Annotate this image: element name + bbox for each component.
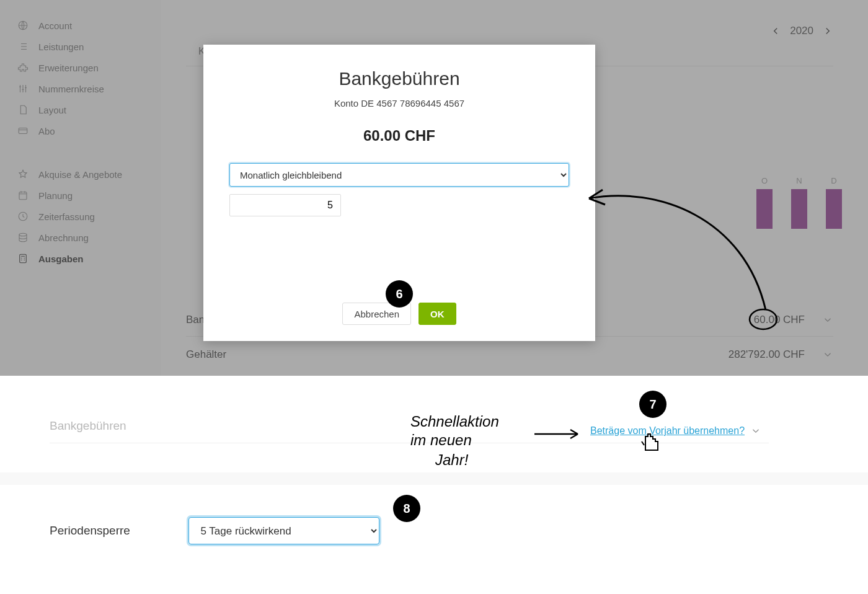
annotation-badge-7: 7 <box>639 391 666 418</box>
sidebar-item-nummernkreise[interactable]: Nummernkreise <box>0 78 161 99</box>
sidebar-item-label: Abo <box>38 126 55 136</box>
puzzle-icon <box>17 62 29 73</box>
row-amount: 60.00 CHF <box>754 314 805 326</box>
sidebar-item-ausgaben[interactable]: Ausgaben <box>0 248 161 269</box>
amount-input[interactable] <box>229 194 341 216</box>
section-title: Bankgebühren <box>50 419 126 432</box>
divider <box>50 443 769 443</box>
next-year-button[interactable] <box>822 25 833 37</box>
sidebar-item-label: Layout <box>38 105 66 115</box>
calculator-icon <box>17 253 29 264</box>
modal-title: Bankgebühren <box>339 68 459 89</box>
list-icon <box>17 41 29 52</box>
chart-bar <box>826 189 842 229</box>
row-amount: 282'792.00 CHF <box>728 348 805 361</box>
chart-bar <box>791 189 807 229</box>
clock-icon <box>17 211 29 222</box>
row-name: Ban <box>186 314 205 326</box>
year-nav: 2020 <box>770 25 833 37</box>
card-icon <box>17 125 29 136</box>
database-icon <box>17 232 29 243</box>
modal-total: 60.00 CHF <box>363 127 435 144</box>
annotation-badge-6: 6 <box>386 280 413 308</box>
prev-year-button[interactable] <box>770 25 781 37</box>
sidebar-item-label: Akquise & Angebote <box>38 169 122 180</box>
sidebar-item-abo[interactable]: Abo <box>0 120 161 141</box>
ok-button[interactable]: OK <box>418 303 456 325</box>
sidebar-item-label: Erweiterungen <box>38 63 99 73</box>
frequency-select[interactable]: Monatlich gleichbleibend <box>229 163 569 187</box>
svg-rect-1 <box>19 128 27 134</box>
svg-rect-5 <box>20 254 27 263</box>
sidebar-item-zeiterfassung[interactable]: Zeiterfassung <box>0 206 161 227</box>
chart-bar <box>756 189 773 229</box>
section-periodensperre: Periodensperre 5 Tage rückwirkend <box>0 485 868 584</box>
copy-previous-year-link[interactable]: Beträge vom Vorjahr übernehmen? <box>590 425 745 437</box>
periodensperre-label: Periodensperre <box>50 524 186 538</box>
chart-month-label: O <box>761 176 768 185</box>
modal-subtitle: Konto DE 4567 78696445 4567 <box>334 98 464 109</box>
sidebar-item-planung[interactable]: Planung <box>0 185 161 206</box>
sidebar-item-leistungen[interactable]: Leistungen <box>0 36 161 57</box>
expense-row-gehaelter[interactable]: Gehälter 282'792.00 CHF <box>186 339 833 371</box>
sliders-icon <box>17 83 29 94</box>
sidebar: Account Leistungen Erweiterungen Nummern… <box>0 0 161 376</box>
sidebar-item-layout[interactable]: Layout <box>0 99 161 120</box>
periodensperre-select[interactable]: 5 Tage rückwirkend <box>188 517 379 544</box>
mini-bar-chart: O N D <box>756 176 842 229</box>
star-icon <box>17 169 29 180</box>
sidebar-item-account[interactable]: Account <box>0 15 161 36</box>
section-bankgebuehren-new-year: Bankgebühren Beträge vom Vorjahr überneh… <box>0 376 868 472</box>
chevron-down-icon[interactable] <box>822 349 833 360</box>
globe-icon <box>17 20 29 31</box>
chart-month-label: N <box>796 176 802 185</box>
sidebar-item-label: Account <box>38 20 72 31</box>
row-name: Gehälter <box>186 348 226 361</box>
annotation-badge-8: 8 <box>393 495 420 522</box>
section-gap <box>0 472 868 485</box>
chevron-down-icon[interactable] <box>750 425 761 437</box>
sidebar-item-label: Nummernkreise <box>38 84 104 94</box>
sidebar-item-label: Ausgaben <box>38 254 84 264</box>
sidebar-item-label: Planung <box>38 190 73 201</box>
sidebar-item-label: Leistungen <box>38 42 84 52</box>
sidebar-item-abrechnung[interactable]: Abrechnung <box>0 227 161 248</box>
file-icon <box>17 104 29 115</box>
sidebar-item-label: Abrechnung <box>38 233 89 243</box>
chevron-down-icon[interactable] <box>822 314 833 326</box>
sidebar-item-label: Zeiterfassung <box>38 211 95 222</box>
calendar-icon <box>17 190 29 201</box>
svg-point-4 <box>19 233 27 236</box>
chart-month-label: D <box>831 176 836 185</box>
year-label: 2020 <box>790 25 813 37</box>
sidebar-item-akquise[interactable]: Akquise & Angebote <box>0 164 161 185</box>
sidebar-item-erweiterungen[interactable]: Erweiterungen <box>0 57 161 78</box>
svg-rect-2 <box>19 192 27 200</box>
